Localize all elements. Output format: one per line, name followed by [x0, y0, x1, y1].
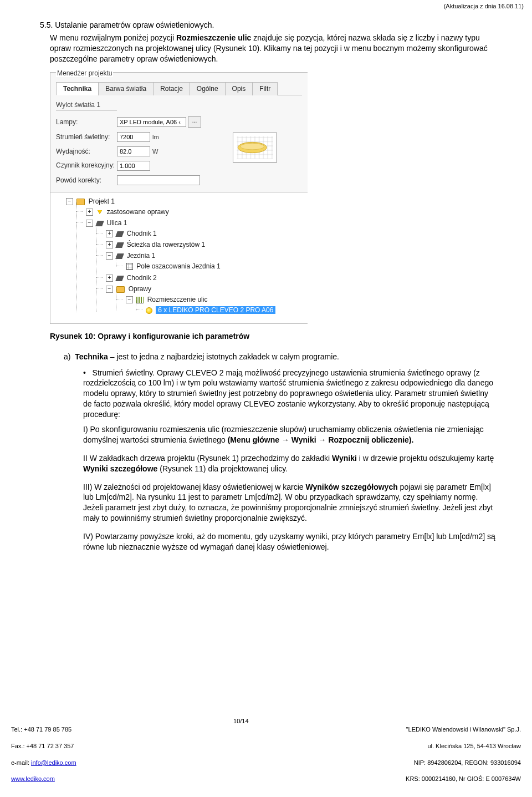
- tree-label: Chodnik 1: [127, 230, 157, 237]
- page-number: 10/14: [219, 717, 263, 791]
- tab-technika[interactable]: Technika: [56, 82, 99, 95]
- tree-label: Rozmieszczenie ulic: [147, 296, 208, 303]
- tree-item[interactable]: + Chodnik 1: [96, 228, 304, 239]
- footer-address: ul. Klecińska 125, 54-413 Wrocław: [406, 742, 521, 750]
- tab-bar: Technika Barwa światła Rotacje Ogólne Op…: [56, 82, 302, 95]
- folder-icon: [76, 199, 85, 205]
- tree-item[interactable]: + Ścieżka dla rowerzystów 1: [96, 239, 304, 250]
- footer-email: e-mail: info@lediko.com: [11, 759, 76, 767]
- tree-item[interactable]: − Ulica 1 + Chodnik 1: [76, 217, 304, 317]
- email-link[interactable]: info@lediko.com: [31, 759, 76, 766]
- unit-w: W: [152, 148, 158, 155]
- list-item-a: a) Technika – jest to jedna z najbardzie…: [64, 352, 499, 362]
- tree-item[interactable]: + Chodnik 2: [96, 272, 304, 283]
- tree-label-selected: 6 x LEDIKO PRO CLEVEO 2 PRO A06: [156, 306, 275, 314]
- tree-item[interactable]: Pole oszacowania Jezdnia 1: [116, 261, 304, 272]
- toggle-icon[interactable]: +: [106, 230, 113, 237]
- lamp-icon: [98, 210, 102, 214]
- figure-caption: Rysunek 10: Oprawy i konfigurowanie ich …: [50, 332, 499, 341]
- folder-icon: [116, 286, 125, 293]
- input-lampy[interactable]: [117, 117, 186, 127]
- tab-ogolne[interactable]: Ogólne: [190, 82, 226, 95]
- road-icon: [116, 242, 125, 248]
- toggle-icon[interactable]: +: [106, 241, 113, 248]
- page-footer: Tel.: +48 71 79 85 785 Fax.: +48 71 72 3…: [0, 717, 532, 791]
- label-czynnik: Czynnik korekcyjny:: [56, 162, 117, 169]
- toggle-icon[interactable]: +: [86, 209, 93, 216]
- road-icon: [116, 231, 125, 237]
- screenshot-panel: Menedżer projektu Technika Barwa światła…: [50, 72, 308, 324]
- tab-filtr[interactable]: Filtr: [252, 82, 278, 95]
- step-iii: III) W zależności od projektowanej klasy…: [83, 482, 499, 524]
- luminaire-thumbnail: [233, 133, 277, 163]
- unit-lm: lm: [152, 134, 159, 140]
- input-strumien[interactable]: [117, 132, 150, 142]
- toggle-icon[interactable]: −: [106, 252, 113, 260]
- toggle-icon[interactable]: −: [106, 286, 113, 293]
- tree-label: Pole oszacowania Jezdnia 1: [136, 262, 220, 270]
- footer-nip: NIP: 8942806204, REGON: 933016094: [406, 759, 521, 767]
- label-lampy: Lampy:: [56, 118, 117, 126]
- tree-item[interactable]: − Jezdnia 1 Pole oszacowania Jezdnia 1: [96, 250, 304, 272]
- label-powod: Powód korekty:: [56, 176, 117, 184]
- tree-label: Projekt 1: [89, 197, 115, 205]
- road-icon: [116, 276, 125, 281]
- label-wydajnosc: Wydajność:: [56, 148, 117, 155]
- tree-item[interactable]: + zastosowane oprawy: [76, 206, 304, 217]
- step-ii: II W zakładkach drzewa projektu (Rysunek…: [83, 453, 499, 474]
- tree-item[interactable]: − Oprawy − Rozmieszczenie ul: [96, 283, 304, 317]
- footer-krs: KRS: 0000214160, Nr GIOŚ: E 0007634W: [406, 775, 521, 783]
- tree-label: Oprawy: [129, 285, 151, 293]
- tree-label: Jezdnia 1: [127, 252, 155, 260]
- web-link[interactable]: www.lediko.com: [11, 775, 55, 782]
- input-powod[interactable]: [117, 175, 200, 185]
- bars-icon: [136, 297, 144, 303]
- toggle-icon[interactable]: +: [106, 275, 113, 282]
- tree-label: Chodnik 2: [127, 274, 157, 282]
- tree-label: Ścieżka dla rowerzystów 1: [127, 241, 205, 248]
- road-icon: [116, 253, 125, 259]
- project-tree: − Projekt 1 + zastosowane oprawy: [54, 196, 304, 318]
- label-strumien: Strumień świetlny:: [56, 133, 117, 141]
- footer-company: "LEDIKO Walendowski i Wilanowski" Sp.J.: [406, 725, 521, 734]
- toggle-icon[interactable]: −: [126, 296, 133, 303]
- footer-fax: Fax.: +48 71 72 37 357: [11, 742, 76, 750]
- footer-tel: Tel.: +48 71 79 85 785: [11, 725, 76, 734]
- tab-rotacje[interactable]: Rotacje: [153, 82, 190, 95]
- step-iv: IV) Powtarzamy powyższe kroki, aż do mom…: [83, 531, 499, 552]
- toggle-icon[interactable]: −: [66, 198, 73, 205]
- tree-root[interactable]: − Projekt 1 + zastosowane oprawy: [56, 196, 304, 318]
- tree-label: Ulica 1: [107, 219, 127, 227]
- input-wydajnosc[interactable]: [117, 146, 150, 156]
- tree-item-selected[interactable]: 6 x LEDIKO PRO CLEVEO 2 PRO A06: [136, 304, 304, 316]
- bulb-icon: [146, 307, 152, 314]
- bullet-strumien: • Strumień świetlny. Oprawy CLEVEO 2 maj…: [83, 368, 499, 420]
- section-heading: 5.5. Ustalanie parametrów opraw oświetle…: [40, 21, 499, 29]
- road-icon: [96, 221, 105, 226]
- step-i: I) Po skonfigurowaniu rozmieszenia ulic …: [83, 424, 499, 445]
- button-lampy-browse[interactable]: ...: [188, 116, 201, 128]
- svg-point-3: [241, 143, 264, 150]
- update-date: (Aktualizacja z dnia 16.08.11): [0, 0, 532, 9]
- input-czynnik[interactable]: [117, 161, 150, 171]
- grid-icon: [126, 263, 133, 270]
- tree-label: zastosowane oprawy: [107, 208, 169, 216]
- intro-paragraph: W menu rozwijalnym poniżej pozycji Rozmi…: [50, 33, 499, 64]
- toggle-icon[interactable]: −: [86, 220, 93, 227]
- tree-item[interactable]: − Rozmieszczenie ulic 6 x LEDI: [116, 294, 304, 316]
- tab-opis[interactable]: Opis: [225, 82, 253, 95]
- panel-title: Menedżer projektu: [56, 69, 113, 77]
- tab-barwa[interactable]: Barwa światła: [98, 82, 154, 95]
- subtab-label[interactable]: Wylot światła 1: [56, 101, 117, 111]
